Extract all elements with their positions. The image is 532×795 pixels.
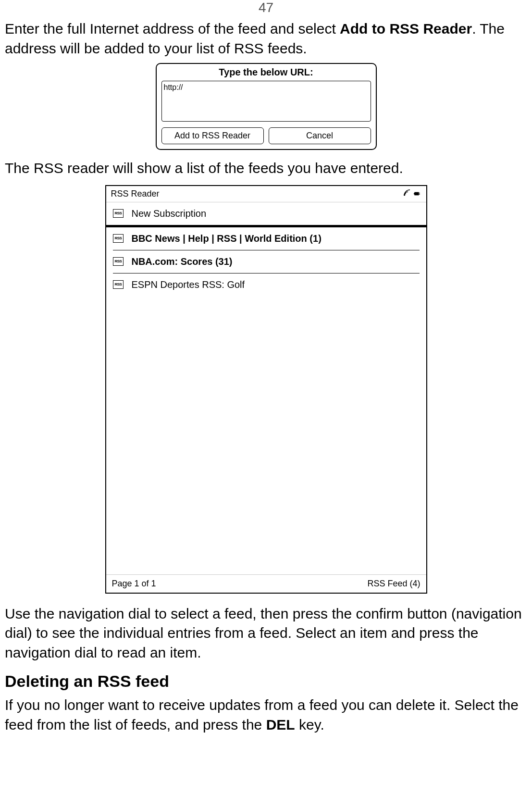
rss-badge-icon: RSS	[113, 209, 124, 218]
dialog-button-row: Add to RSS Reader Cancel	[161, 127, 371, 144]
svg-rect-4	[414, 193, 415, 195]
rss-badge-icon: RSS	[113, 280, 124, 289]
svg-rect-3	[419, 194, 420, 195]
rss-badge-icon: RSS	[113, 234, 124, 243]
feed-row[interactable]: RSS ESPN Deportes RSS: Golf	[106, 273, 426, 296]
feed-row[interactable]: RSS NBA.com: Scores (31)	[106, 250, 426, 273]
reader-body: RSS New Subscription RSS BBC News | Help…	[106, 202, 426, 574]
reader-header: RSS Reader	[106, 186, 426, 202]
after-dialog-text: The RSS reader will show a list of the f…	[5, 159, 527, 178]
feed-label: NBA.com: Scores (31)	[131, 256, 232, 267]
feed-row[interactable]: RSS BBC News | Help | RSS | World Editio…	[106, 227, 426, 250]
svg-rect-1	[414, 192, 419, 196]
deleting-paragraph: If you no longer want to receive updates…	[5, 696, 527, 734]
wifi-icon	[403, 189, 411, 199]
navigation-instructions: Use the navigation dial to select a feed…	[5, 604, 527, 663]
feed-label: ESPN Deportes RSS: Golf	[131, 279, 245, 290]
feed-label: BBC News | Help | RSS | World Edition (1…	[131, 233, 321, 244]
new-subscription-row[interactable]: RSS New Subscription	[106, 202, 426, 225]
footer-feed-count: RSS Feed (4)	[367, 579, 420, 589]
footer-page-info: Page 1 of 1	[112, 579, 156, 589]
add-to-rss-reader-button[interactable]: Add to RSS Reader	[161, 127, 264, 144]
rss-reader-screen: RSS Reader RSS	[105, 185, 427, 594]
svg-point-0	[404, 195, 405, 196]
intro-text-1: Enter the full Internet address of the f…	[5, 21, 340, 37]
url-dialog: Type the below URL: Add to RSS Reader Ca…	[156, 63, 377, 150]
dialog-title: Type the below URL:	[161, 67, 371, 78]
reader-footer: Page 1 of 1 RSS Feed (4)	[106, 574, 426, 593]
cancel-button[interactable]: Cancel	[269, 127, 371, 144]
url-input[interactable]	[161, 81, 371, 122]
plug-icon	[414, 191, 421, 197]
deleting-heading: Deleting an RSS feed	[5, 672, 527, 691]
new-subscription-label: New Subscription	[131, 208, 206, 219]
page-number: 47	[5, 0, 527, 15]
deleting-text-2: key.	[295, 717, 324, 733]
intro-paragraph: Enter the full Internet address of the f…	[5, 19, 527, 58]
rss-badge-icon: RSS	[113, 257, 124, 266]
intro-bold-1: Add to RSS Reader	[340, 21, 472, 37]
reader-title: RSS Reader	[111, 189, 160, 199]
deleting-bold: DEL	[266, 717, 295, 733]
svg-rect-2	[419, 193, 420, 193]
deleting-text-1: If you no longer want to receive updates…	[5, 697, 519, 733]
